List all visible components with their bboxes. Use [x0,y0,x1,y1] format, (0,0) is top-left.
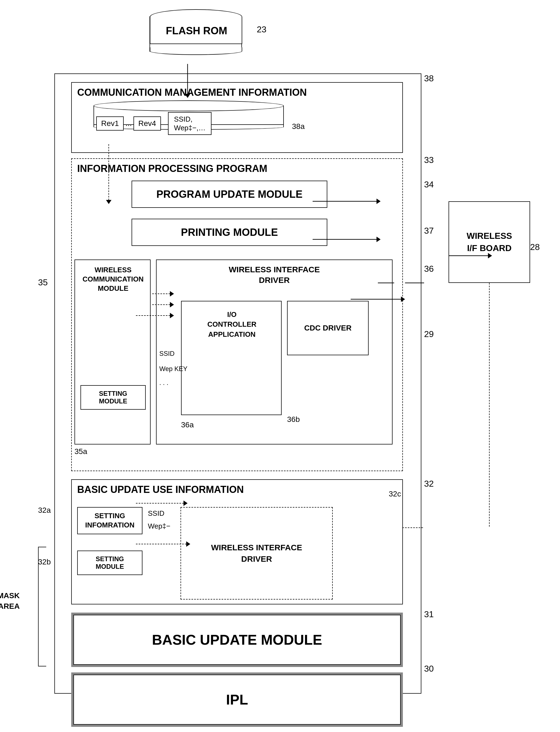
comm-mgmt-box: COMMUNICATION MANAGEMENT INFORMATION Rev… [71,82,403,153]
label-29: 29 [424,329,434,339]
label-33: 33 [424,155,434,165]
ipl-inner: IPL [73,675,401,725]
printing-box: PRINTING MODULE [132,219,327,246]
label-38: 38 [424,73,434,83]
info-proc-box: INFORMATION PROCESSING PROGRAM PROGRAM U… [71,158,403,471]
label-31: 31 [424,609,434,619]
flash-rom-label: FLASH ROM [150,25,243,37]
basic-update-use-box: BASIC UPDATE USE INFORMATION SETTING INF… [71,479,403,604]
ssid-wep-box: SSID, Wep‡−,… [168,112,211,135]
wireless-comm-label: WIRELESS COMMUNICATION MODULE [78,265,148,293]
label-30: 30 [424,664,434,674]
io-ctrl-label: I/O CONTROLLER APPLICATION [184,309,279,339]
setting-info-label: SETTING INFOMRATION [85,511,135,530]
basic-update-module-label: BASIC UPDATE MODULE [152,632,322,648]
label-32a: 32a [38,506,51,515]
label-23: 23 [257,24,266,35]
basic-update-use-label: BASIC UPDATE USE INFORMATION [77,484,244,495]
setting-info-box: SETTING INFOMRATION [77,507,142,534]
setting-module2-box: SETTING MODULE [77,551,142,575]
wireless-board-box: WIRELESS I/F BOARD [449,201,530,283]
info-proc-label: INFORMATION PROCESSING PROGRAM [77,163,267,174]
cylinder-body: FLASH ROM [150,17,242,44]
diagram-container: FLASH ROM 23 COMMUNICATION MANAGEMENT IN… [27,11,533,724]
setting-module-label: SETTING MODULE [99,390,127,405]
cylinder-bottom-ellipse [150,47,242,55]
rev-boxes: Rev1 ... Rev4 SSID, Wep‡−,… [96,112,211,135]
setting-module2-label: SETTING MODULE [96,555,124,570]
prog-update-label: PROGRAM UPDATE MODULE [156,188,303,200]
wireless-iface2-box: WIRELESS INTERFACE DRIVER [181,507,333,600]
label-32b: 32b [38,558,51,566]
label-34: 34 [424,179,434,190]
rev1-box: Rev1 [96,116,124,131]
wireless-iface2-label: WIRELESS INTERFACE DRIVER [211,542,302,565]
mask-area-label: MASK AREA [0,590,20,612]
wireless-comm-box: WIRELESS COMMUNICATION MODULE SETTING MO… [74,259,151,445]
label-37: 37 [424,226,434,236]
flash-rom-cylinder: FLASH ROM [150,16,242,52]
rev4-box: Rev4 [133,116,161,131]
label-36b: 36b [287,415,300,424]
label-36: 36 [424,264,434,274]
ipl-label: IPL [226,691,248,708]
basic-update-module-inner: BASIC UPDATE MODULE [73,615,401,665]
ssid-wep-label: SSID, Wep‡−,… [174,115,206,132]
printing-label: PRINTING MODULE [181,226,278,238]
cdc-driver-box: CDC DRIVER [287,301,369,355]
label-35: 35 [38,277,48,287]
setting-module-box: SETTING MODULE [80,385,146,410]
main-box: COMMUNICATION MANAGEMENT INFORMATION Rev… [54,73,421,694]
ipl-outer: IPL [71,672,403,727]
label-28: 28 [530,242,540,252]
wireless-iface-box: WIRELESS INTERFACE DRIVER SSID Wep KEY ·… [156,259,393,445]
basic-update-module-outer: BASIC UPDATE MODULE [71,613,403,667]
io-ctrl-box: I/O CONTROLLER APPLICATION [181,301,282,415]
label-32c: 32c [389,490,401,498]
prog-update-box: PROGRAM UPDATE MODULE [132,181,327,208]
label-36a: 36a [181,421,194,429]
flash-rom-group: FLASH ROM 23 [141,16,250,52]
label-38a: 38a [292,122,305,131]
cdc-driver-label: CDC DRIVER [304,324,351,332]
dots-label: ... [125,119,132,128]
comm-mgmt-label: COMMUNICATION MANAGEMENT INFORMATION [77,87,307,98]
wireless-iface-label: WIRELESS INTERFACE DRIVER [166,264,383,285]
ssid-wep-basic: SSID Wep‡− [148,507,170,533]
label-32: 32 [424,479,434,489]
wireless-board-label: WIRELESS I/F BOARD [466,230,512,254]
label-35a: 35a [74,447,87,456]
inner-cyl-top [94,100,284,111]
